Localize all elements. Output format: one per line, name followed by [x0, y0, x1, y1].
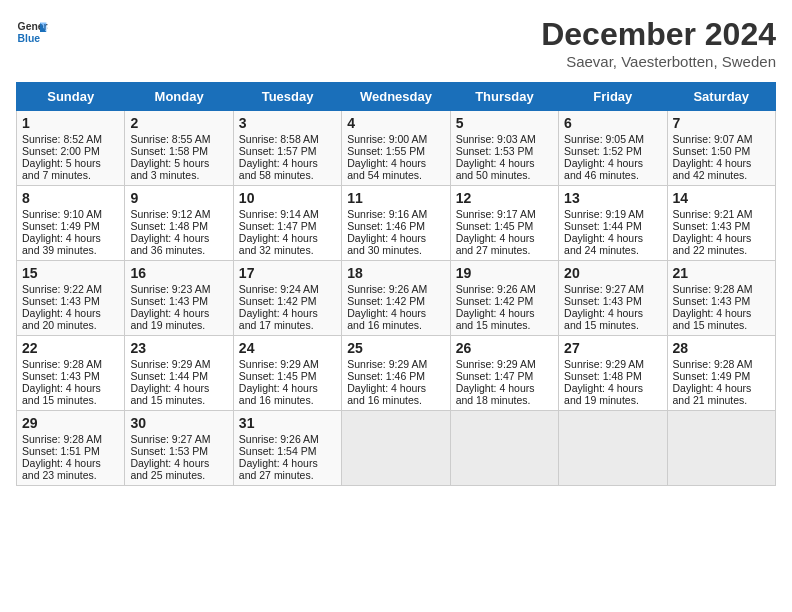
- table-row: 16Sunrise: 9:23 AMSunset: 1:43 PMDayligh…: [125, 261, 233, 336]
- sunset-text: Sunset: 1:54 PM: [239, 445, 336, 457]
- table-row: [559, 411, 667, 486]
- daylight-text: Daylight: 4 hours and 15 minutes.: [456, 307, 553, 331]
- daylight-text: Daylight: 4 hours and 16 minutes.: [347, 382, 444, 406]
- calendar-week-row: 29Sunrise: 9:28 AMSunset: 1:51 PMDayligh…: [17, 411, 776, 486]
- sunrise-text: Sunrise: 8:55 AM: [130, 133, 227, 145]
- day-number: 13: [564, 190, 661, 206]
- table-row: 29Sunrise: 9:28 AMSunset: 1:51 PMDayligh…: [17, 411, 125, 486]
- day-number: 16: [130, 265, 227, 281]
- calendar-title: December 2024: [541, 16, 776, 53]
- day-number: 17: [239, 265, 336, 281]
- sunrise-text: Sunrise: 9:26 AM: [239, 433, 336, 445]
- sunrise-text: Sunrise: 9:10 AM: [22, 208, 119, 220]
- day-number: 18: [347, 265, 444, 281]
- title-block: December 2024 Saevar, Vaesterbotten, Swe…: [541, 16, 776, 70]
- table-row: 18Sunrise: 9:26 AMSunset: 1:42 PMDayligh…: [342, 261, 450, 336]
- table-row: 10Sunrise: 9:14 AMSunset: 1:47 PMDayligh…: [233, 186, 341, 261]
- calendar-header-row: Sunday Monday Tuesday Wednesday Thursday…: [17, 83, 776, 111]
- sunset-text: Sunset: 1:55 PM: [347, 145, 444, 157]
- calendar-table: Sunday Monday Tuesday Wednesday Thursday…: [16, 82, 776, 486]
- daylight-text: Daylight: 4 hours and 54 minutes.: [347, 157, 444, 181]
- sunset-text: Sunset: 1:43 PM: [22, 370, 119, 382]
- sunset-text: Sunset: 1:42 PM: [347, 295, 444, 307]
- daylight-text: Daylight: 4 hours and 39 minutes.: [22, 232, 119, 256]
- day-number: 28: [673, 340, 770, 356]
- sunset-text: Sunset: 1:51 PM: [22, 445, 119, 457]
- day-number: 6: [564, 115, 661, 131]
- table-row: 19Sunrise: 9:26 AMSunset: 1:42 PMDayligh…: [450, 261, 558, 336]
- table-row: 17Sunrise: 9:24 AMSunset: 1:42 PMDayligh…: [233, 261, 341, 336]
- sunrise-text: Sunrise: 9:29 AM: [239, 358, 336, 370]
- sunset-text: Sunset: 1:50 PM: [673, 145, 770, 157]
- sunset-text: Sunset: 1:43 PM: [130, 295, 227, 307]
- daylight-text: Daylight: 4 hours and 27 minutes.: [239, 457, 336, 481]
- table-row: 21Sunrise: 9:28 AMSunset: 1:43 PMDayligh…: [667, 261, 775, 336]
- sunset-text: Sunset: 1:42 PM: [456, 295, 553, 307]
- table-row: 12Sunrise: 9:17 AMSunset: 1:45 PMDayligh…: [450, 186, 558, 261]
- day-number: 1: [22, 115, 119, 131]
- daylight-text: Daylight: 4 hours and 36 minutes.: [130, 232, 227, 256]
- calendar-week-row: 8Sunrise: 9:10 AMSunset: 1:49 PMDaylight…: [17, 186, 776, 261]
- calendar-subtitle: Saevar, Vaesterbotten, Sweden: [541, 53, 776, 70]
- logo: General Blue: [16, 16, 48, 48]
- day-number: 27: [564, 340, 661, 356]
- day-number: 12: [456, 190, 553, 206]
- daylight-text: Daylight: 4 hours and 19 minutes.: [130, 307, 227, 331]
- logo-icon: General Blue: [16, 16, 48, 48]
- sunrise-text: Sunrise: 9:07 AM: [673, 133, 770, 145]
- sunrise-text: Sunrise: 8:58 AM: [239, 133, 336, 145]
- sunrise-text: Sunrise: 9:16 AM: [347, 208, 444, 220]
- page-header: General Blue December 2024 Saevar, Vaest…: [16, 16, 776, 70]
- daylight-text: Daylight: 4 hours and 15 minutes.: [564, 307, 661, 331]
- sunrise-text: Sunrise: 9:26 AM: [456, 283, 553, 295]
- sunset-text: Sunset: 1:48 PM: [564, 370, 661, 382]
- table-row: 13Sunrise: 9:19 AMSunset: 1:44 PMDayligh…: [559, 186, 667, 261]
- sunset-text: Sunset: 1:46 PM: [347, 220, 444, 232]
- day-number: 10: [239, 190, 336, 206]
- day-number: 29: [22, 415, 119, 431]
- sunrise-text: Sunrise: 9:28 AM: [673, 283, 770, 295]
- sunset-text: Sunset: 1:45 PM: [239, 370, 336, 382]
- daylight-text: Daylight: 4 hours and 15 minutes.: [22, 382, 119, 406]
- table-row: 4Sunrise: 9:00 AMSunset: 1:55 PMDaylight…: [342, 111, 450, 186]
- col-saturday: Saturday: [667, 83, 775, 111]
- day-number: 4: [347, 115, 444, 131]
- col-thursday: Thursday: [450, 83, 558, 111]
- table-row: 11Sunrise: 9:16 AMSunset: 1:46 PMDayligh…: [342, 186, 450, 261]
- sunrise-text: Sunrise: 9:21 AM: [673, 208, 770, 220]
- table-row: 30Sunrise: 9:27 AMSunset: 1:53 PMDayligh…: [125, 411, 233, 486]
- sunrise-text: Sunrise: 9:14 AM: [239, 208, 336, 220]
- day-number: 25: [347, 340, 444, 356]
- daylight-text: Daylight: 5 hours and 7 minutes.: [22, 157, 119, 181]
- day-number: 22: [22, 340, 119, 356]
- sunrise-text: Sunrise: 9:27 AM: [130, 433, 227, 445]
- day-number: 21: [673, 265, 770, 281]
- table-row: 14Sunrise: 9:21 AMSunset: 1:43 PMDayligh…: [667, 186, 775, 261]
- sunrise-text: Sunrise: 9:22 AM: [22, 283, 119, 295]
- daylight-text: Daylight: 4 hours and 22 minutes.: [673, 232, 770, 256]
- daylight-text: Daylight: 4 hours and 58 minutes.: [239, 157, 336, 181]
- sunset-text: Sunset: 1:47 PM: [456, 370, 553, 382]
- daylight-text: Daylight: 4 hours and 30 minutes.: [347, 232, 444, 256]
- sunrise-text: Sunrise: 9:27 AM: [564, 283, 661, 295]
- table-row: 31Sunrise: 9:26 AMSunset: 1:54 PMDayligh…: [233, 411, 341, 486]
- table-row: 26Sunrise: 9:29 AMSunset: 1:47 PMDayligh…: [450, 336, 558, 411]
- col-sunday: Sunday: [17, 83, 125, 111]
- daylight-text: Daylight: 4 hours and 19 minutes.: [564, 382, 661, 406]
- sunset-text: Sunset: 1:43 PM: [673, 220, 770, 232]
- day-number: 14: [673, 190, 770, 206]
- day-number: 3: [239, 115, 336, 131]
- day-number: 23: [130, 340, 227, 356]
- sunrise-text: Sunrise: 9:12 AM: [130, 208, 227, 220]
- col-tuesday: Tuesday: [233, 83, 341, 111]
- day-number: 15: [22, 265, 119, 281]
- sunrise-text: Sunrise: 9:26 AM: [347, 283, 444, 295]
- calendar-week-row: 15Sunrise: 9:22 AMSunset: 1:43 PMDayligh…: [17, 261, 776, 336]
- table-row: 5Sunrise: 9:03 AMSunset: 1:53 PMDaylight…: [450, 111, 558, 186]
- sunrise-text: Sunrise: 9:29 AM: [130, 358, 227, 370]
- sunrise-text: Sunrise: 9:03 AM: [456, 133, 553, 145]
- table-row: 1Sunrise: 8:52 AMSunset: 2:00 PMDaylight…: [17, 111, 125, 186]
- sunset-text: Sunset: 1:58 PM: [130, 145, 227, 157]
- sunset-text: Sunset: 1:44 PM: [130, 370, 227, 382]
- sunrise-text: Sunrise: 9:29 AM: [347, 358, 444, 370]
